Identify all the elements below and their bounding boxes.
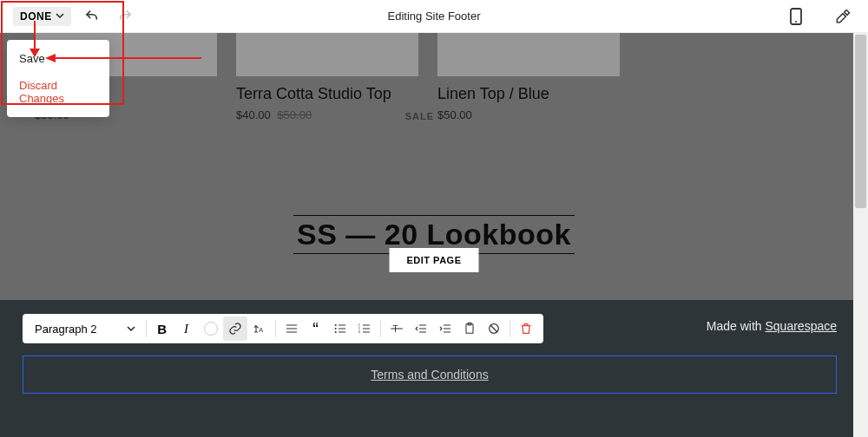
delete-button[interactable] <box>514 316 538 341</box>
sale-price: $40.00 <box>236 108 271 121</box>
discard-changes-menu-item[interactable]: Discard Changes <box>7 72 109 112</box>
scroll-thumb[interactable] <box>855 35 866 208</box>
sale-badge: SALE <box>405 111 434 121</box>
done-label: DONE <box>20 10 52 23</box>
original-price: $50.00 <box>277 108 312 121</box>
site-footer-section: Paragraph 2 B I A “ 123 T <box>0 300 868 437</box>
product-card: Terra Cotta Studio Top $40.00 $50.00 SAL… <box>236 33 418 121</box>
text-color-button[interactable] <box>199 316 223 341</box>
save-menu-item[interactable]: Save <box>7 45 109 72</box>
top-bar: DONE Editing Site Footer <box>0 0 868 33</box>
mobile-preview-icon[interactable] <box>784 4 808 29</box>
text-toolbar: Paragraph 2 B I A “ 123 T <box>23 314 543 343</box>
paragraph-style-label: Paragraph 2 <box>35 323 97 336</box>
undo-button[interactable] <box>80 4 104 29</box>
made-with-label: Made with Squarespace <box>707 319 837 333</box>
done-dropdown-menu: Save Discard Changes <box>7 40 109 117</box>
indent-button[interactable] <box>433 316 457 341</box>
bold-button[interactable]: B <box>150 316 174 341</box>
terms-link[interactable]: Terms and Conditions <box>371 368 488 382</box>
footer-text-block[interactable]: Terms and Conditions <box>23 355 837 394</box>
italic-button[interactable]: I <box>174 316 199 341</box>
editor-canvas: Lisa Shirt $50.00 Terra Cotta Studio Top… <box>0 33 868 437</box>
squarespace-link[interactable]: Squarespace <box>765 319 837 333</box>
svg-text:3: 3 <box>358 329 360 334</box>
styles-brush-icon[interactable] <box>831 4 855 29</box>
product-image <box>437 33 620 76</box>
svg-point-3 <box>334 324 336 326</box>
strikethrough-button[interactable]: T <box>385 316 409 341</box>
redo-button <box>113 4 137 29</box>
quote-button[interactable]: “ <box>304 316 328 341</box>
svg-point-1 <box>795 21 797 23</box>
svg-point-4 <box>334 328 336 329</box>
product-image <box>236 33 418 76</box>
vertical-scrollbar[interactable] <box>853 33 868 437</box>
clipboard-button[interactable] <box>457 316 482 341</box>
edit-page-button[interactable]: EDIT PAGE <box>390 248 479 272</box>
link-button[interactable] <box>223 316 247 341</box>
paragraph-style-select[interactable]: Paragraph 2 <box>28 323 142 336</box>
clear-format-button[interactable] <box>482 316 506 341</box>
align-button[interactable] <box>279 316 304 341</box>
svg-text:A: A <box>259 326 263 334</box>
chevron-down-icon <box>56 10 64 23</box>
done-dropdown-button[interactable]: DONE <box>13 7 71 26</box>
svg-point-5 <box>334 331 336 333</box>
text-size-button[interactable]: A <box>247 316 272 341</box>
outdent-button[interactable] <box>409 316 433 341</box>
product-card: Linen Top / Blue $50.00 <box>437 33 620 121</box>
product-price: $40.00 $50.00 <box>236 108 418 121</box>
bullet-list-button[interactable] <box>328 316 352 341</box>
chevron-down-icon <box>127 323 135 336</box>
numbered-list-button[interactable]: 123 <box>352 316 377 341</box>
made-with-prefix: Made with <box>707 319 766 333</box>
product-name: Terra Cotta Studio Top <box>236 85 418 103</box>
product-price: $50.00 <box>437 108 620 121</box>
product-name: Linen Top / Blue <box>437 85 620 103</box>
